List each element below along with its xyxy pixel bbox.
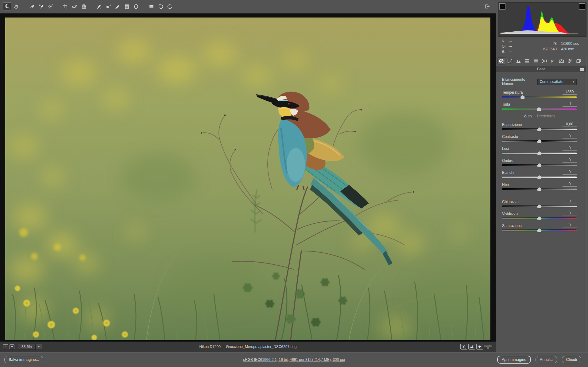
tab-split-toning[interactable] [532, 57, 540, 64]
white-balance-select[interactable]: Come scattato ▼ [537, 79, 577, 85]
slider-label-neri: Neri [502, 182, 509, 187]
workflow-options-link[interactable]: sRGB IEC61966-2.1; 16 bit; 4691 per 3127… [243, 357, 345, 362]
slider-value-vividezza[interactable]: 0 [563, 211, 577, 216]
tab-base[interactable] [497, 57, 505, 64]
r-value: --- [509, 39, 512, 43]
slider-value-chiarezza[interactable]: 0 [563, 199, 577, 204]
auto-link[interactable]: Auto [524, 114, 532, 118]
tab-snapshots[interactable] [575, 57, 582, 64]
transform-tool-icon[interactable] [80, 2, 88, 10]
slider-thumb-saturazione[interactable] [537, 228, 542, 232]
slider-thumb-vividezza[interactable] [537, 217, 542, 220]
panel-divider [502, 195, 577, 195]
tone-sliders: Esposizione0,00Contrasto0Luci0Ombre0Bian… [502, 122, 577, 231]
panel-menu-icon[interactable] [580, 68, 584, 71]
zoom-level-value[interactable]: 33,6% [18, 344, 36, 350]
slider-track-contrasto[interactable] [502, 140, 577, 142]
preferences-icon[interactable] [147, 2, 155, 10]
g-label: G: [502, 44, 509, 49]
slider-track-chiarezza[interactable] [502, 205, 577, 207]
targeted-adjustment-tool-icon[interactable] [46, 2, 54, 10]
close-button[interactable]: Chiudi [562, 356, 581, 363]
zoom-tool-icon[interactable] [3, 2, 11, 10]
radial-filter-tool-icon[interactable] [132, 2, 140, 10]
slider-label-luci: Luci [502, 146, 509, 151]
rotate-left-icon[interactable] [157, 2, 164, 10]
hand-tool-icon[interactable] [12, 2, 20, 10]
slider-track-bianchi[interactable] [502, 176, 577, 178]
white-balance-sliders: Temperatura4850Tinta-1 [502, 90, 577, 110]
panel-title-bar: Base [496, 66, 586, 72]
slider-value-contrasto[interactable]: 0 [563, 134, 577, 139]
chevron-down-icon[interactable]: ▼ [36, 344, 42, 350]
color-sampler-tool-icon[interactable] [37, 2, 45, 10]
slider-thumb-ombre[interactable] [537, 163, 542, 167]
slider-value-luci[interactable]: 0 [563, 146, 577, 151]
slider-thumb-chiarezza[interactable] [537, 205, 542, 208]
zoom-out-button[interactable]: − [3, 344, 8, 349]
straighten-tool-icon[interactable] [71, 2, 79, 10]
tab-detail[interactable] [515, 57, 522, 64]
camera-raw-window: − + 33,6% ▼ Nikon D7200 - Gruccione_Mero… [0, 0, 588, 367]
slider-value-ombre[interactable]: 0 [563, 158, 577, 163]
slider-label-vividezza: Vividezza [502, 212, 518, 216]
slider-track-neri[interactable] [502, 188, 577, 190]
tab-presets[interactable] [566, 57, 574, 64]
histogram-plot [499, 4, 586, 35]
swap-settings-button[interactable] [468, 344, 475, 349]
r-label: R: [502, 39, 509, 43]
slider-track-esposizione[interactable] [502, 128, 577, 130]
default-link[interactable]: Predefinito [537, 114, 555, 118]
zoom-level-select[interactable]: 33,6% ▼ [18, 344, 42, 350]
slider-thumb-luci[interactable] [537, 151, 542, 155]
slider-value-esposizione[interactable]: 0,00 [563, 122, 577, 127]
slider-value-bianchi[interactable]: 0 [563, 170, 577, 175]
slider-label-esposizione: Esposizione [502, 123, 522, 127]
slider-track-saturazione[interactable] [502, 229, 577, 231]
open-image-button[interactable]: Apri immagine [497, 356, 531, 363]
slider-bianchi: Bianchi0 [502, 170, 577, 178]
adjustment-brush-tool-icon[interactable] [114, 2, 122, 10]
crop-tool-icon[interactable] [61, 2, 69, 10]
photo-canvas[interactable] [0, 14, 496, 342]
slider-value-saturazione[interactable]: 0 [563, 223, 577, 228]
tab-camera-calibration[interactable] [558, 57, 565, 64]
panel-scroll-track[interactable] [586, 55, 586, 350]
slider-track-luci[interactable] [502, 152, 577, 154]
copy-settings-button[interactable] [476, 344, 483, 349]
slider-thumb-neri[interactable] [537, 187, 542, 191]
slider-track-tinta[interactable] [502, 108, 577, 110]
slider-value-tinta[interactable]: -1 [563, 102, 577, 107]
slider-thumb-bianchi[interactable] [537, 175, 542, 179]
slider-thumb-contrasto[interactable] [537, 139, 542, 143]
slider-track-temperatura[interactable] [502, 96, 577, 98]
aperture-value: f/8 [537, 41, 557, 46]
slider-tinta: Tinta-1 [502, 102, 577, 110]
white-balance-tool-icon[interactable] [28, 2, 36, 10]
slider-thumb-esposizione[interactable] [537, 127, 542, 131]
canvas-column: − + 33,6% ▼ Nikon D7200 - Gruccione_Mero… [0, 0, 496, 352]
slider-value-temperatura[interactable]: 4850 [563, 90, 577, 95]
graduated-filter-tool-icon[interactable] [123, 2, 131, 10]
slider-thumb-tinta[interactable] [537, 107, 541, 111]
slider-track-vividezza[interactable] [502, 217, 577, 219]
slider-value-neri[interactable]: 0 [563, 182, 577, 187]
tab-lens-corrections[interactable] [540, 57, 548, 64]
red-eye-tool-icon[interactable] [104, 2, 112, 10]
tab-tone-curve[interactable] [506, 57, 514, 64]
rotate-right-icon[interactable] [166, 2, 174, 10]
photo-image[interactable] [5, 18, 490, 340]
before-after-toggle-button[interactable]: Y [460, 344, 467, 349]
toggle-fullscreen-icon[interactable] [483, 2, 491, 10]
slider-thumb-temperatura[interactable] [520, 95, 525, 99]
toolbar [0, 0, 496, 14]
tab-effects[interactable]: fx [549, 57, 557, 64]
spot-removal-tool-icon[interactable] [95, 2, 103, 10]
cancel-button[interactable]: Annulla [536, 356, 557, 363]
tab-hsl-grayscale[interactable] [523, 57, 531, 64]
slider-label-ombre: Ombre [502, 158, 513, 163]
zoom-in-button[interactable]: + [10, 344, 14, 349]
histogram[interactable]: ▲ ▲ [498, 2, 586, 37]
save-image-button[interactable]: Salva immagine... [4, 356, 43, 363]
slider-track-ombre[interactable] [502, 164, 577, 166]
